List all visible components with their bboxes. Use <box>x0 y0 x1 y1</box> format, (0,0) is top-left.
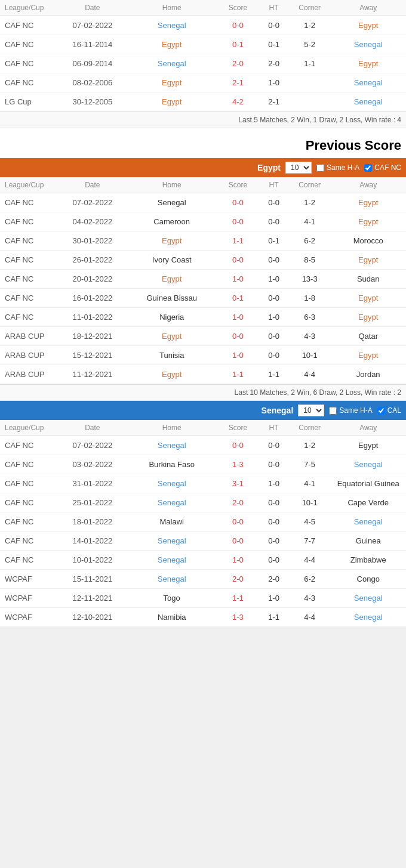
table-row: WCPAF 12-11-2021 Togo 1-1 1-0 4-3 Senega… <box>0 589 406 608</box>
cell-ht: 0-0 <box>259 346 289 365</box>
cell-corner: 5-2 <box>289 35 331 54</box>
cell-home[interactable]: Senegal <box>127 551 217 570</box>
cell-home[interactable]: Senegal <box>127 493 217 512</box>
cell-date: 07-02-2022 <box>59 193 127 212</box>
cell-away[interactable]: Egypt <box>330 308 406 327</box>
cell-home[interactable]: Egypt <box>127 73 217 92</box>
cell-score: 1-1 <box>217 365 259 384</box>
cell-away: Jordan <box>330 365 406 384</box>
cell-league: CAF NC <box>0 455 59 474</box>
cell-home[interactable]: Egypt <box>127 270 217 289</box>
egypt-count-select[interactable]: 10 5 15 20 <box>285 162 312 174</box>
egypt-same-ha-checkbox[interactable] <box>316 164 324 172</box>
cell-date: 25-01-2022 <box>59 493 127 512</box>
col-score: Score <box>217 0 259 16</box>
cell-ht: 2-0 <box>259 570 289 589</box>
cell-date: 30-01-2022 <box>59 231 127 251</box>
cell-home[interactable]: Egypt <box>127 231 217 251</box>
cell-away[interactable]: Egypt <box>330 54 406 73</box>
cell-away[interactable]: Egypt <box>330 346 406 365</box>
senegal-same-ha-checkbox[interactable] <box>329 407 337 415</box>
cell-home[interactable]: Senegal <box>127 436 217 455</box>
cell-league: LG Cup <box>0 92 59 112</box>
previous-score-header: Previous Score <box>0 128 406 158</box>
cell-home[interactable]: Senegal <box>127 474 217 493</box>
cell-corner: 4-5 <box>289 512 331 532</box>
cell-away[interactable]: Senegal <box>330 608 406 627</box>
cell-score: 0-0 <box>217 436 259 455</box>
cell-score: 0-0 <box>217 251 259 270</box>
cell-away: Equatorial Guinea <box>330 474 406 493</box>
cell-home[interactable]: Egypt <box>127 327 217 346</box>
cell-home[interactable]: Senegal <box>127 532 217 551</box>
table-row: WCPAF 15-11-2021 Senegal 2-0 2-0 6-2 Con… <box>0 570 406 589</box>
cell-away[interactable]: Senegal <box>330 92 406 112</box>
cell-home[interactable]: Egypt <box>127 35 217 54</box>
cell-ht: 1-0 <box>259 589 289 608</box>
cell-away[interactable]: Egypt <box>330 251 406 270</box>
cell-corner: 10-1 <box>289 493 331 512</box>
cell-away[interactable]: Egypt <box>330 289 406 308</box>
cell-ht: 0-0 <box>259 436 289 455</box>
egypt-same-ha-label[interactable]: Same H-A <box>316 163 359 172</box>
top-section: League/Cup Date Home Score HT Corner Awa… <box>0 0 406 128</box>
cell-away[interactable]: Egypt <box>330 16 406 35</box>
senegal-col-ht: HT <box>259 420 289 436</box>
senegal-filter-bar: Senegal 10 5 15 20 Same H-A CAL <box>0 401 406 420</box>
egypt-caf-nc-label[interactable]: CAF NC <box>364 163 401 172</box>
cell-date: 06-09-2014 <box>59 54 127 73</box>
cell-corner: 7-5 <box>289 455 331 474</box>
cell-away[interactable]: Senegal <box>330 512 406 532</box>
cell-date: 04-02-2022 <box>59 212 127 231</box>
cell-score: 0-0 <box>217 512 259 532</box>
table-row: CAF NC 31-01-2022 Senegal 3-1 1-0 4-1 Eq… <box>0 474 406 493</box>
cell-home[interactable]: Senegal <box>127 16 217 35</box>
cell-home[interactable]: Egypt <box>127 92 217 112</box>
h2h-table-container: League/Cup Date Home Score HT Corner Awa… <box>0 0 406 128</box>
cell-away[interactable]: Egypt <box>330 193 406 212</box>
senegal-same-ha-label[interactable]: Same H-A <box>329 406 372 415</box>
cell-away: Qatar <box>330 327 406 346</box>
cell-score: 0-0 <box>217 212 259 231</box>
cell-away[interactable]: Senegal <box>330 35 406 54</box>
table-row: CAF NC 04-02-2022 Cameroon 0-0 0-0 4-1 E… <box>0 212 406 231</box>
cell-corner: 1-2 <box>289 16 331 35</box>
cell-corner: 4-4 <box>289 365 331 384</box>
senegal-count-select[interactable]: 10 5 15 20 <box>298 404 324 416</box>
cell-away[interactable]: Senegal <box>330 73 406 92</box>
senegal-col-score: Score <box>217 420 259 436</box>
cell-ht: 0-0 <box>259 289 289 308</box>
egypt-col-league: League/Cup <box>0 177 59 193</box>
egypt-caf-nc-checkbox[interactable] <box>364 164 372 172</box>
cell-corner: 4-1 <box>289 474 331 493</box>
cell-home[interactable]: Senegal <box>127 570 217 589</box>
cell-ht: 0-0 <box>259 455 289 474</box>
cell-away[interactable]: Senegal <box>330 589 406 608</box>
senegal-table-header: League/Cup Date Home Score HT Corner Awa… <box>0 420 406 436</box>
cell-score: 1-3 <box>217 608 259 627</box>
cell-score: 0-0 <box>217 193 259 212</box>
senegal-table: League/Cup Date Home Score HT Corner Awa… <box>0 420 406 627</box>
cell-ht: 1-0 <box>259 474 289 493</box>
table-row: ARAB CUP 18-12-2021 Egypt 0-0 0-0 4-3 Qa… <box>0 327 406 346</box>
egypt-team-label: Egypt <box>257 163 281 172</box>
table-row: CAF NC 07-02-2022 Senegal 0-0 0-0 1-2 Eg… <box>0 16 406 35</box>
cell-league: CAF NC <box>0 231 59 251</box>
cell-away[interactable]: Egypt <box>330 212 406 231</box>
cell-score: 2-0 <box>217 54 259 73</box>
cell-home[interactable]: Egypt <box>127 365 217 384</box>
cell-ht: 2-1 <box>259 92 289 112</box>
cell-league: WCPAF <box>0 608 59 627</box>
senegal-section: League/Cup Date Home Score HT Corner Awa… <box>0 420 406 627</box>
cell-home: Togo <box>127 589 217 608</box>
senegal-caf-nc-label[interactable]: CAL <box>377 406 401 415</box>
cell-away: Sudan <box>330 270 406 289</box>
senegal-caf-nc-checkbox[interactable] <box>377 407 385 415</box>
senegal-col-date: Date <box>59 420 127 436</box>
cell-away[interactable]: Senegal <box>330 455 406 474</box>
cell-ht: 0-0 <box>259 327 289 346</box>
table-row: CAF NC 07-02-2022 Senegal 0-0 0-0 1-2 Eg… <box>0 436 406 455</box>
cell-score: 0-0 <box>217 16 259 35</box>
cell-home[interactable]: Senegal <box>127 54 217 73</box>
cell-league: CAF NC <box>0 73 59 92</box>
